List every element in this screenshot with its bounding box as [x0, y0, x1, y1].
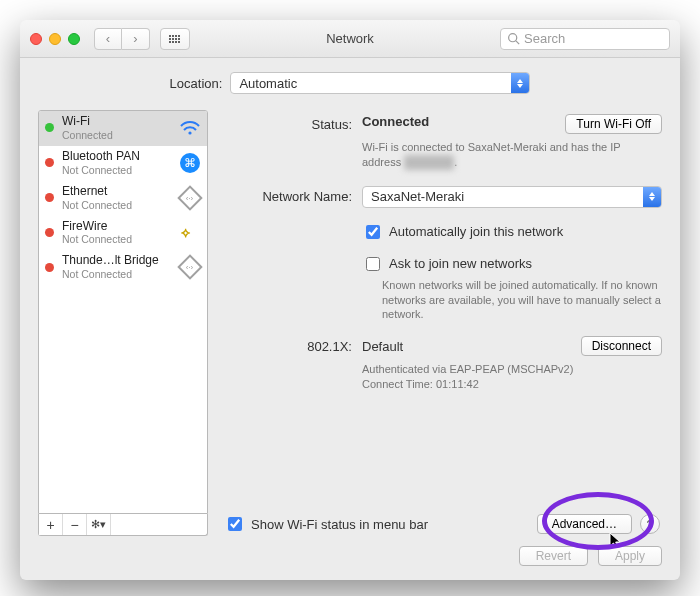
- nav-buttons: ‹ ›: [94, 28, 150, 50]
- ask-join-input[interactable]: [366, 257, 380, 271]
- service-status: Not Connected: [62, 164, 171, 176]
- dot1x-label: 802.1X:: [222, 336, 362, 356]
- service-status: Connected: [62, 129, 171, 141]
- thunderbolt-icon: ‹·›: [179, 258, 201, 276]
- remove-service-button[interactable]: −: [63, 514, 87, 535]
- add-service-button[interactable]: +: [39, 514, 63, 535]
- service-name: Thunde…lt Bridge: [62, 254, 171, 268]
- firewire-icon: ⟡: [179, 224, 201, 242]
- apply-button[interactable]: Apply: [598, 546, 662, 566]
- forward-button[interactable]: ›: [122, 28, 150, 50]
- location-label: Location:: [170, 76, 223, 91]
- detail-bottom-row: Show Wi-Fi status in menu bar Advanced… …: [222, 514, 662, 536]
- service-list[interactable]: Wi-Fi Connected Bluetooth PAN Not Connec…: [38, 110, 208, 514]
- ethernet-icon: ‹·›: [179, 189, 201, 207]
- chevron-updown-icon: [643, 187, 661, 207]
- status-dot-icon: [45, 263, 54, 272]
- service-status: Not Connected: [62, 268, 171, 280]
- show-all-button[interactable]: [160, 28, 190, 50]
- svg-point-0: [509, 34, 517, 42]
- wifi-icon: [179, 120, 201, 136]
- service-item-firewire[interactable]: FireWire Not Connected ⟡: [39, 216, 207, 251]
- grid-icon: [169, 35, 181, 43]
- close-button[interactable]: [30, 33, 42, 45]
- service-status: Not Connected: [62, 233, 171, 245]
- search-icon: [507, 32, 520, 45]
- network-name-value: SaxaNet-Meraki: [371, 189, 464, 204]
- help-button[interactable]: ?: [640, 514, 660, 534]
- auto-join-input[interactable]: [366, 225, 380, 239]
- ask-join-note: Known networks will be joined automatica…: [382, 278, 662, 323]
- location-select[interactable]: Automatic: [230, 72, 530, 94]
- status-note: Wi-Fi is connected to SaxaNet-Meraki and…: [362, 140, 662, 170]
- status-value: Connected: [362, 114, 429, 129]
- service-name: Ethernet: [62, 185, 171, 199]
- zoom-button[interactable]: [68, 33, 80, 45]
- location-row: Location: Automatic: [20, 58, 680, 104]
- back-button[interactable]: ‹: [94, 28, 122, 50]
- status-dot-icon: [45, 228, 54, 237]
- status-dot-icon: [45, 193, 54, 202]
- service-item-ethernet[interactable]: Ethernet Not Connected ‹·›: [39, 181, 207, 216]
- service-actions-button[interactable]: ✻▾: [87, 514, 111, 535]
- service-name: Wi-Fi: [62, 115, 171, 129]
- ask-join-checkbox[interactable]: Ask to join new networks: [362, 254, 662, 274]
- search-placeholder: Search: [524, 31, 565, 46]
- service-name: Bluetooth PAN: [62, 150, 171, 164]
- network-name-label: Network Name:: [222, 186, 362, 208]
- show-status-checkbox[interactable]: Show Wi-Fi status in menu bar: [224, 514, 428, 534]
- service-status: Not Connected: [62, 199, 171, 211]
- minimize-button[interactable]: [49, 33, 61, 45]
- turn-wifi-off-button[interactable]: Turn Wi-Fi Off: [565, 114, 662, 134]
- status-dot-icon: [45, 158, 54, 167]
- status-dot-icon: [45, 123, 54, 132]
- service-list-footer: + − ✻▾: [38, 514, 208, 536]
- svg-point-2: [188, 131, 191, 134]
- svg-line-1: [516, 41, 519, 44]
- service-name: FireWire: [62, 220, 171, 234]
- advanced-button[interactable]: Advanced…: [537, 514, 632, 534]
- location-value: Automatic: [239, 76, 297, 91]
- show-status-input[interactable]: [228, 517, 242, 531]
- revert-button[interactable]: Revert: [519, 546, 588, 566]
- disconnect-button[interactable]: Disconnect: [581, 336, 662, 356]
- dot1x-value: Default: [362, 339, 403, 354]
- auto-join-checkbox[interactable]: Automatically join this network: [362, 222, 662, 242]
- service-item-bluetooth[interactable]: Bluetooth PAN Not Connected ⌘: [39, 146, 207, 181]
- window-controls: [30, 33, 80, 45]
- service-sidebar: Wi-Fi Connected Bluetooth PAN Not Connec…: [38, 110, 208, 536]
- service-item-thunderbolt[interactable]: Thunde…lt Bridge Not Connected ‹·›: [39, 250, 207, 285]
- dot1x-connect-time: Connect Time: 01:11:42: [362, 377, 662, 392]
- search-field[interactable]: Search: [500, 28, 670, 50]
- titlebar: ‹ › Network Search: [20, 20, 680, 58]
- dot1x-auth-text: Authenticated via EAP-PEAP (MSCHAPv2): [362, 362, 662, 377]
- bluetooth-icon: ⌘: [179, 153, 201, 173]
- window-footer: Revert Apply: [20, 546, 680, 580]
- service-item-wifi[interactable]: Wi-Fi Connected: [39, 111, 207, 146]
- window-title: Network: [326, 31, 374, 46]
- chevron-updown-icon: [511, 73, 529, 93]
- network-name-select[interactable]: SaxaNet-Meraki: [362, 186, 662, 208]
- status-label: Status:: [222, 114, 362, 134]
- detail-pane: Status: Connected Turn Wi-Fi Off Wi-Fi i…: [222, 110, 662, 536]
